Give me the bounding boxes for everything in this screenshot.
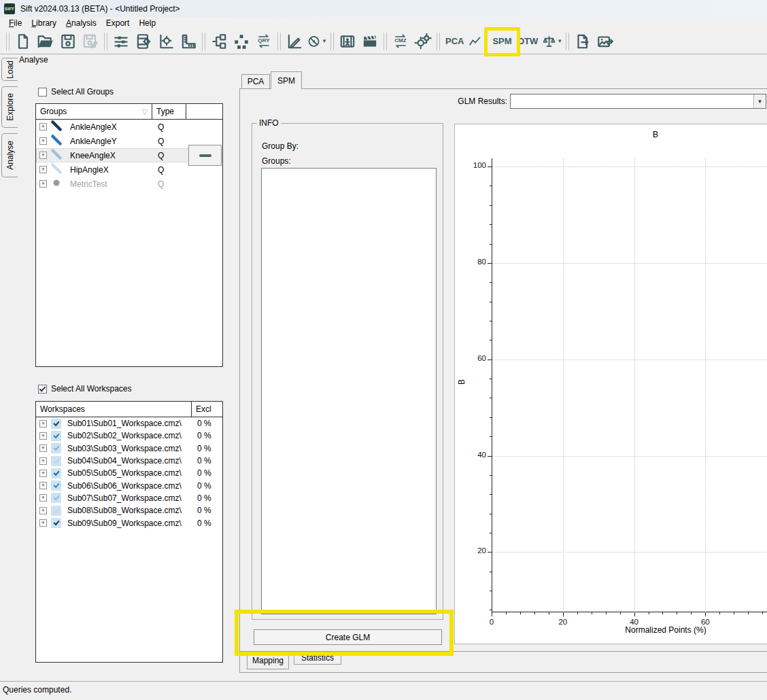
spm-chart-panel: B B Normalized Points (%) 20406080100020… xyxy=(454,124,767,644)
menu-item-analysis[interactable]: Analysis xyxy=(61,18,101,29)
tab-statistics[interactable]: Statistics xyxy=(294,652,341,665)
workspaces-table[interactable]: Workspaces Excl +Sub01\Sub01_Workspace.c… xyxy=(35,401,223,663)
sidebar-tab-explore[interactable]: Explore xyxy=(1,86,18,128)
node-view-icon[interactable] xyxy=(231,31,252,52)
sidebar-tab-load[interactable]: Load xyxy=(1,58,18,81)
workspace-row-4[interactable]: +Sub05\Sub05_Workspace.cmz\0 % xyxy=(36,467,222,479)
workspace-check-icon[interactable] xyxy=(51,506,61,516)
measure-tool-icon[interactable] xyxy=(178,31,199,52)
save-project-icon[interactable] xyxy=(58,31,78,52)
animation-icon[interactable] xyxy=(337,31,358,52)
y-minor-tick xyxy=(490,610,492,610)
expander-icon[interactable]: + xyxy=(39,432,47,440)
expander-icon[interactable]: + xyxy=(39,470,47,477)
glm-results-dropdown[interactable]: ▼ xyxy=(510,94,766,109)
media-clip-icon[interactable] xyxy=(360,31,380,52)
expander-icon[interactable]: + xyxy=(39,420,47,427)
column-header-type[interactable]: Type xyxy=(152,104,186,119)
column-header-excl[interactable]: Excl xyxy=(192,402,222,417)
minus-icon xyxy=(199,154,211,157)
menu-item-help[interactable]: Help xyxy=(134,18,160,29)
groups-listbox[interactable] xyxy=(261,168,437,614)
expander-icon[interactable]: + xyxy=(39,137,47,145)
workspace-name: Sub01\Sub01_Workspace.cmz\ xyxy=(67,419,192,428)
groups-table[interactable]: Groups▽ Type +AnkleAngleXQ+AnkleAngleYQ+… xyxy=(35,103,223,367)
workspace-check-icon[interactable] xyxy=(51,419,61,429)
pca-toolbar-button[interactable]: PCA xyxy=(443,36,466,46)
expander-icon[interactable]: + xyxy=(39,180,47,188)
new-project-icon[interactable] xyxy=(13,31,33,52)
export-image-icon[interactable] xyxy=(595,31,615,52)
workspace-row-6[interactable]: +Sub07\Sub07_Workspace.cmz\0 % xyxy=(36,492,222,504)
expander-icon[interactable]: + xyxy=(39,166,47,173)
y-minor-tick xyxy=(490,224,492,225)
x-minor-tick xyxy=(748,612,749,614)
workspace-check-icon[interactable] xyxy=(51,468,61,478)
toolbar-grip xyxy=(277,33,281,50)
create-glm-button[interactable]: Create GLM xyxy=(254,629,442,645)
expander-icon[interactable]: + xyxy=(39,494,47,502)
group-row-4[interactable]: +MetricTestQ xyxy=(36,177,222,191)
column-header-workspaces[interactable]: Workspaces xyxy=(36,402,192,417)
workspace-check-icon[interactable] xyxy=(51,431,61,441)
tab-spm[interactable]: SPM xyxy=(271,71,302,89)
group-row-0[interactable]: +AnkleAngleXQ xyxy=(36,120,222,134)
menu-item-export[interactable]: Export xyxy=(101,18,135,29)
cmz-cycle-icon[interactable]: CMZ xyxy=(390,31,411,52)
workspace-check-icon[interactable] xyxy=(51,493,61,503)
plot-type-icon[interactable]: ▼ xyxy=(468,31,488,52)
select-all-workspaces-checkbox[interactable]: Select All Workspaces xyxy=(38,384,132,393)
export-data-icon[interactable] xyxy=(573,31,593,52)
workspace-check-icon[interactable] xyxy=(51,443,61,453)
menu-item-library[interactable]: Library xyxy=(27,18,61,29)
x-minor-tick xyxy=(520,612,521,614)
column-header-groups[interactable]: Groups▽ xyxy=(36,104,152,119)
remove-group-button[interactable] xyxy=(188,145,222,166)
dtw-toolbar-button[interactable]: DTW xyxy=(516,36,541,46)
data-settings-icon[interactable] xyxy=(133,31,154,52)
save-project-as-icon[interactable] xyxy=(80,31,101,52)
expander-icon[interactable]: + xyxy=(39,444,47,452)
sort-icon[interactable]: ▽ xyxy=(142,107,148,116)
annotate-plot-icon[interactable] xyxy=(284,31,305,52)
processing-settings-icon[interactable] xyxy=(111,31,131,52)
tree-view-icon[interactable] xyxy=(209,31,229,52)
workspace-row-0[interactable]: +Sub01\Sub01_Workspace.cmz\0 % xyxy=(36,417,222,430)
workspace-check-icon[interactable] xyxy=(51,480,61,491)
workspace-row-5[interactable]: +Sub06\Sub06_Workspace.cmz\0 % xyxy=(36,479,222,491)
chevron-down-icon[interactable]: ▼ xyxy=(322,38,327,44)
info-groupbox: INFO Group By: Groups: xyxy=(252,123,443,620)
sidebar-tab-analyse[interactable]: Analyse xyxy=(1,133,18,177)
workspace-row-7[interactable]: +Sub08\Sub08_Workspace.cmz\0 % xyxy=(36,504,222,517)
tab-mapping[interactable]: Mapping xyxy=(247,652,289,669)
tab-pca[interactable]: PCA xyxy=(241,74,270,88)
menu-item-file[interactable]: File xyxy=(4,18,27,29)
expander-icon[interactable]: + xyxy=(39,152,47,159)
workspace-row-1[interactable]: +Sub02\Sub02_Workspace.cmz\0 % xyxy=(36,430,222,442)
chevron-down-icon[interactable]: ▼ xyxy=(483,38,489,44)
plot-settings-icon[interactable] xyxy=(156,31,176,52)
open-project-icon[interactable] xyxy=(35,31,56,52)
expander-icon[interactable]: + xyxy=(39,507,47,514)
workspace-row-8[interactable]: +Sub09\Sub09_Workspace.cmz\0 % xyxy=(36,517,222,529)
chevron-down-icon[interactable]: ▼ xyxy=(557,38,562,44)
dropdown-arrow-icon[interactable]: ▼ xyxy=(753,94,766,108)
check-icon xyxy=(53,482,59,488)
compare-scales-icon[interactable]: ▼ xyxy=(542,31,562,52)
checkbox-icon[interactable] xyxy=(38,88,47,97)
select-all-groups-checkbox[interactable]: Select All Groups xyxy=(38,87,114,97)
expander-icon[interactable]: + xyxy=(39,482,47,489)
expander-icon[interactable]: + xyxy=(39,519,47,527)
workspace-row-3[interactable]: +Sub04\Sub04_Workspace.cmz\0 % xyxy=(36,455,222,467)
disable-overlay-icon[interactable]: ▼ xyxy=(307,31,327,52)
pipeline-gears-icon[interactable] xyxy=(413,31,433,52)
x-tick-60 xyxy=(705,612,706,616)
workspace-row-2[interactable]: +Sub03\Sub03_Workspace.cmz\0 % xyxy=(36,442,222,455)
query-tool-icon[interactable]: QRY xyxy=(254,31,274,52)
expander-icon[interactable]: + xyxy=(39,457,47,465)
expander-icon[interactable]: + xyxy=(39,123,47,130)
workspace-check-icon[interactable] xyxy=(51,518,61,528)
spm-toolbar-button[interactable]: SPM xyxy=(490,36,513,46)
workspace-check-icon[interactable] xyxy=(51,456,61,466)
checkbox-icon[interactable] xyxy=(38,385,47,393)
